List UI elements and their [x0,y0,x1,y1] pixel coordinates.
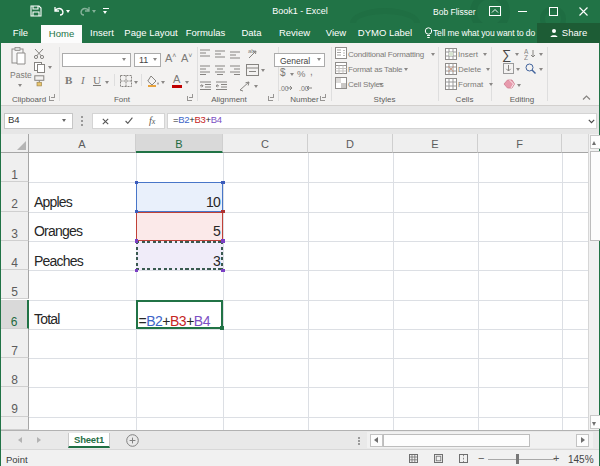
svg-text:ab: ab [248,48,255,54]
svg-text:Z: Z [524,54,528,60]
